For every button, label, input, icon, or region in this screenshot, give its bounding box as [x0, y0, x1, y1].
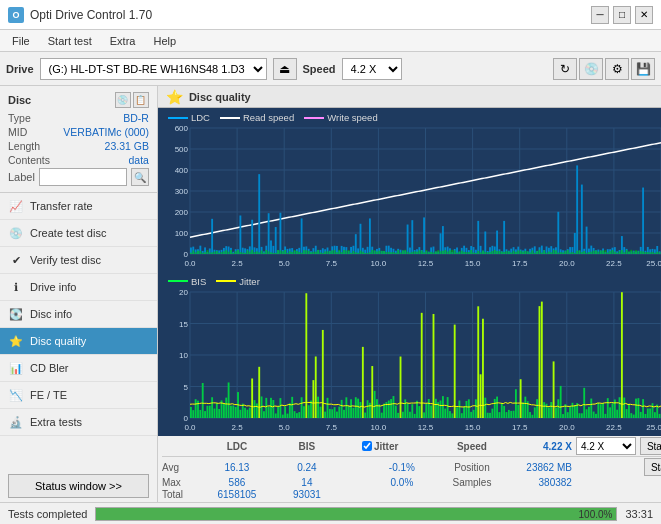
nav-transfer-rate[interactable]: 📈 Transfer rate: [0, 193, 157, 220]
progress-text: 100.0%: [579, 508, 613, 522]
nav-disc-quality[interactable]: ⭐ Disc quality: [0, 328, 157, 355]
nav-cd-bler[interactable]: 📊 CD Bler: [0, 355, 157, 382]
nav-extra-tests[interactable]: 🔬 Extra tests: [0, 409, 157, 436]
speed-value: 4.22 X: [502, 441, 572, 452]
drive-info-icon: ℹ: [8, 279, 24, 295]
nav-verify-test-disc-label: Verify test disc: [30, 254, 101, 266]
total-ldc: 6158105: [202, 489, 272, 500]
mid-value: VERBATIMc (000): [63, 126, 149, 138]
total-label: Total: [162, 489, 202, 500]
label-button[interactable]: 🔍: [131, 168, 149, 186]
length-label: Length: [8, 140, 40, 152]
samples-value: 380382: [502, 477, 572, 488]
nav-fe-te-label: FE / TE: [30, 389, 67, 401]
drive-bar: Drive (G:) HL-DT-ST BD-RE WH16NS48 1.D3 …: [0, 52, 661, 86]
disc-quality-title: Disc quality: [189, 91, 251, 103]
nav-extra-tests-label: Extra tests: [30, 416, 82, 428]
create-test-disc-icon: 💿: [8, 225, 24, 241]
mid-label: MID: [8, 126, 27, 138]
main-area: Disc 💿 📋 Type BD-R MID VERBATIMc (000) L…: [0, 86, 661, 502]
start-part-button[interactable]: Start part: [644, 458, 661, 476]
verify-test-disc-icon: ✔: [8, 252, 24, 268]
save-button[interactable]: 💾: [631, 58, 655, 80]
left-panel: Disc 💿 📋 Type BD-R MID VERBATIMc (000) L…: [0, 86, 158, 502]
jitter-checkbox[interactable]: [362, 441, 372, 451]
speed-label: Speed: [303, 63, 336, 75]
right-panel: ⭐ Disc quality LDC Read speed: [158, 86, 661, 502]
ldc-header: LDC: [202, 441, 272, 452]
chart2-canvas: [158, 272, 661, 436]
start-full-button[interactable]: Start full: [640, 437, 661, 455]
menu-file[interactable]: File: [4, 33, 38, 49]
extra-tests-icon: 🔬: [8, 414, 24, 430]
app-title: Opti Drive Control 1.70: [30, 8, 152, 22]
length-value: 23.31 GB: [105, 140, 149, 152]
nav-disc-info-label: Disc info: [30, 308, 72, 320]
progress-bar: 100.0%: [95, 507, 617, 521]
time-text: 33:31: [625, 508, 653, 520]
contents-label: Contents: [8, 154, 50, 166]
disc-icon-1[interactable]: 💿: [115, 92, 131, 108]
nav-fe-te[interactable]: 📉 FE / TE: [0, 382, 157, 409]
charts-area: LDC Read speed Write speed: [158, 108, 661, 502]
avg-bis: 0.24: [272, 462, 342, 473]
refresh-button[interactable]: ↻: [553, 58, 577, 80]
disc-title: Disc: [8, 94, 31, 106]
nav-disc-info[interactable]: 💽 Disc info: [0, 301, 157, 328]
total-bis: 93031: [272, 489, 342, 500]
max-ldc: 586: [202, 477, 272, 488]
nav-verify-test-disc[interactable]: ✔ Verify test disc: [0, 247, 157, 274]
menu-help[interactable]: Help: [145, 33, 184, 49]
chart1-legend: LDC Read speed Write speed: [168, 112, 378, 123]
max-jitter: 0.0%: [362, 477, 442, 488]
chart2-container: BIS Jitter: [158, 272, 661, 436]
close-button[interactable]: ✕: [635, 6, 653, 24]
menu-extra[interactable]: Extra: [102, 33, 144, 49]
nav-create-test-disc[interactable]: 💿 Create test disc: [0, 220, 157, 247]
disc-quality-header-icon: ⭐: [166, 89, 183, 105]
drive-select[interactable]: (G:) HL-DT-ST BD-RE WH16NS48 1.D3: [40, 58, 267, 80]
position-label: Position: [442, 462, 502, 473]
disc-icon-2[interactable]: 📋: [133, 92, 149, 108]
settings-button[interactable]: ⚙: [605, 58, 629, 80]
nav-drive-info-label: Drive info: [30, 281, 76, 293]
label-input[interactable]: [39, 168, 127, 186]
status-bar: Tests completed 100.0% 33:31: [0, 502, 661, 524]
speed-header: Speed: [442, 441, 502, 452]
contents-value: data: [128, 154, 148, 166]
transfer-rate-icon: 📈: [8, 198, 24, 214]
speed-select[interactable]: 4.2 X: [342, 58, 402, 80]
label-label: Label: [8, 171, 35, 183]
nav-drive-info[interactable]: ℹ Drive info: [0, 274, 157, 301]
write-speed-legend-label: Write speed: [327, 112, 378, 123]
avg-label: Avg: [162, 462, 202, 473]
chart1-container: LDC Read speed Write speed: [158, 108, 661, 272]
maximize-button[interactable]: □: [613, 6, 631, 24]
nav-cd-bler-label: CD Bler: [30, 362, 69, 374]
menu-start-test[interactable]: Start test: [40, 33, 100, 49]
jitter-legend-label: Jitter: [239, 276, 260, 287]
fe-te-icon: 📉: [8, 387, 24, 403]
menu-bar: File Start test Extra Help: [0, 30, 661, 52]
minimize-button[interactable]: ─: [591, 6, 609, 24]
disc-section: Disc 💿 📋 Type BD-R MID VERBATIMc (000) L…: [0, 86, 157, 193]
bis-legend-label: BIS: [191, 276, 206, 287]
disc-info-icon: 💽: [8, 306, 24, 322]
type-value: BD-R: [123, 112, 149, 124]
progress-fill: [96, 508, 616, 520]
jitter-header: Jitter: [374, 441, 398, 452]
eject-button[interactable]: ⏏: [273, 58, 297, 80]
cd-bler-icon: 📊: [8, 360, 24, 376]
drive-label: Drive: [6, 63, 34, 75]
disc-icon-btn[interactable]: 💿: [579, 58, 603, 80]
title-bar: O Opti Drive Control 1.70 ─ □ ✕: [0, 0, 661, 30]
samples-label: Samples: [442, 477, 502, 488]
disc-quality-icon: ⭐: [8, 333, 24, 349]
nav-transfer-rate-label: Transfer rate: [30, 200, 93, 212]
status-window-button[interactable]: Status window >>: [8, 474, 149, 498]
stats-area: LDC BIS Jitter Speed 4.22 X 4.2 X Start …: [158, 435, 661, 502]
max-label: Max: [162, 477, 202, 488]
chart2-legend: BIS Jitter: [168, 276, 260, 287]
speed-selector[interactable]: 4.2 X: [576, 437, 636, 455]
position-value: 23862 MB: [502, 462, 572, 473]
